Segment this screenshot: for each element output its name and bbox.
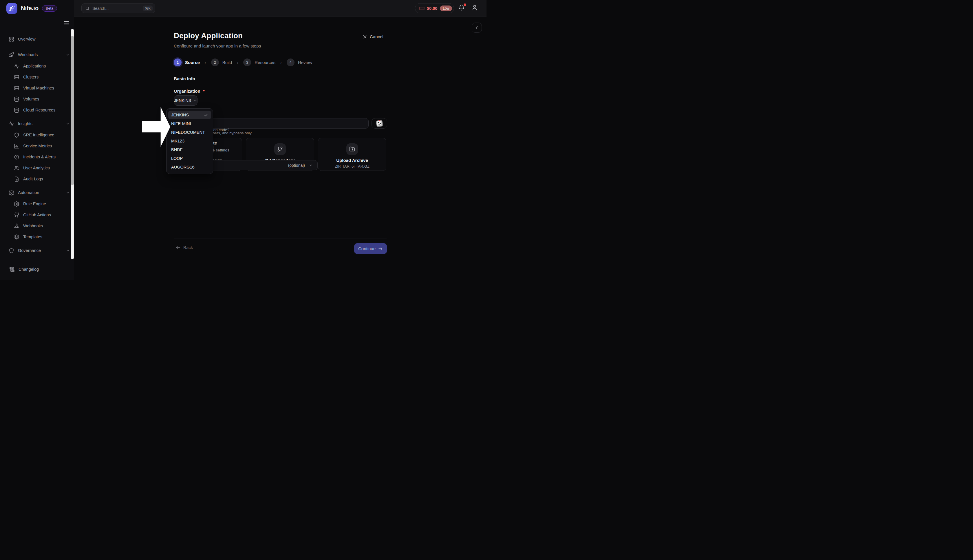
page-subtitle: Configure and launch your app in a few s… (174, 43, 261, 48)
dropdown-option-augorg16[interactable]: AUGORG16 (168, 163, 211, 172)
sidebar-scroll-area: Overview Workloads Applications Clusters… (0, 17, 74, 260)
sidebar-item-user-analytics[interactable]: User Analytics (0, 162, 74, 173)
rocket-icon (9, 52, 14, 58)
dropdown-option-jenkins[interactable]: JENKINS (168, 111, 211, 119)
arrow-left-icon (175, 245, 180, 250)
beta-badge: Beta (42, 5, 57, 12)
dropdown-option-bhdf[interactable]: BHDF (168, 145, 211, 154)
brand-area: Nife.io Beta (0, 0, 74, 17)
source-card-upload-archive[interactable]: Upload Archive ZIP, TAR, or TAR.GZ (318, 138, 386, 171)
server-icon (14, 85, 19, 91)
alert-circle-icon (14, 154, 19, 160)
sidebar-item-webhooks[interactable]: Webhooks (0, 220, 74, 232)
arrow-right-icon (378, 247, 383, 251)
organization-dropdown-menu: JENKINS NIFE-MINI NIFEDOCUMENT MK123 BHD… (166, 108, 213, 174)
cancel-button[interactable]: Cancel (363, 34, 383, 39)
dropdown-option-mk123[interactable]: MK123 (168, 137, 211, 145)
search-input[interactable]: Search... ⌘K (82, 3, 155, 13)
credit-card-icon (419, 6, 425, 11)
back-button[interactable]: Back (175, 245, 193, 250)
required-asterisk: * (203, 88, 205, 93)
notifications-button[interactable] (458, 4, 466, 12)
step-3-label: Resources (255, 60, 275, 65)
sidebar-item-incidents-alerts[interactable]: Incidents & Alerts (0, 152, 74, 162)
chevron-down-icon (66, 122, 70, 126)
sidebar-group-governance[interactable]: Governance (0, 245, 74, 256)
activity-icon (14, 63, 19, 69)
layers-icon (14, 234, 19, 240)
step-1-circle[interactable]: 1 (174, 58, 182, 66)
sidebar-item-github-actions[interactable]: GitHub Actions (0, 209, 74, 220)
wallet-balance: $0.00 (427, 6, 437, 11)
folder-archive-icon (347, 143, 358, 155)
activity-icon (9, 121, 14, 127)
chevron-right-icon: › (280, 60, 282, 65)
sidebar-item-service-metrics[interactable]: Service Metrics (0, 140, 74, 152)
organization-select[interactable]: JENKINS (174, 95, 198, 106)
sidebar-item-sre-intelligence[interactable]: SRE Intelligence (0, 130, 74, 140)
random-name-button[interactable] (372, 118, 387, 128)
search-icon (85, 6, 90, 11)
organization-label: Organization* (174, 88, 205, 93)
chevron-down-icon (193, 99, 197, 103)
dropdown-option-loop[interactable]: LOOP (168, 154, 211, 163)
chevron-down-icon (66, 53, 70, 57)
chevron-right-icon: › (237, 60, 238, 65)
app-title: Nife.io (21, 5, 38, 12)
dropdown-option-nife-mini[interactable]: NIFE-MINI (168, 119, 211, 128)
cog-icon (14, 201, 19, 207)
account-button[interactable] (472, 4, 479, 12)
gear-icon (9, 190, 14, 195)
dropdown-option-nifedocument[interactable]: NIFEDOCUMENT (168, 128, 211, 137)
wallet-button[interactable]: $0.00 Low (415, 3, 454, 13)
search-placeholder: Search... (92, 6, 108, 11)
sidebar-item-changelog[interactable]: Changelog (0, 260, 74, 278)
wallet-low-badge: Low (440, 5, 452, 11)
sidebar-item-audit-logs[interactable]: Audit Logs (0, 173, 74, 185)
sidebar-group-insights[interactable]: Insights (0, 118, 74, 130)
notification-dot (464, 3, 466, 6)
user-icon (472, 4, 478, 11)
step-3-circle[interactable]: 3 (243, 58, 251, 66)
sidebar-scrollbar[interactable] (71, 29, 74, 259)
chevron-left-icon (474, 25, 479, 30)
sidebar-item-virtual-machines[interactable]: Virtual Machines (0, 83, 74, 93)
main-content: Deploy Application Configure and launch … (74, 17, 486, 280)
occluded-heading-fragment: te (213, 140, 217, 145)
sidebar-group-workloads[interactable]: Workloads (0, 49, 74, 60)
git-branch-icon (274, 143, 286, 155)
step-2-circle[interactable]: 2 (211, 58, 219, 66)
chevron-down-icon (66, 190, 70, 195)
search-shortcut-badge: ⌘K (143, 5, 153, 11)
sidebar-item-volumes[interactable]: Volumes (0, 93, 74, 105)
database-icon (14, 97, 19, 102)
sidebar-group-automation[interactable]: Automation (0, 187, 74, 198)
github-icon (14, 212, 19, 218)
chevron-down-icon (66, 248, 70, 253)
bar-chart-icon (14, 143, 19, 149)
sidebar-item-cloud-resources[interactable]: Cloud Resources (0, 105, 74, 115)
sidebar-item-overview[interactable]: Overview (0, 33, 74, 45)
sidebar-item-applications[interactable]: Applications (0, 60, 74, 72)
step-1-label: Source (185, 60, 200, 65)
dice-icon (376, 120, 383, 127)
footer-divider (174, 238, 387, 239)
panel-collapse-button[interactable] (472, 23, 482, 33)
chevron-right-icon: › (205, 60, 206, 65)
step-4-circle[interactable]: 4 (287, 58, 295, 66)
nife-logo-icon[interactable] (7, 3, 17, 14)
scrollbar-thumb[interactable] (71, 36, 74, 185)
check-icon (204, 113, 208, 117)
continue-button[interactable]: Continue (354, 243, 387, 254)
sidebar-collapse-button[interactable] (64, 21, 69, 25)
sidebar-item-templates[interactable]: Templates (0, 232, 74, 242)
sidebar: Overview Workloads Applications Clusters… (0, 17, 74, 280)
sidebar-item-organizations[interactable]: Organizations (0, 256, 74, 260)
step-4-label: Review (298, 60, 312, 65)
chevron-down-icon (309, 163, 313, 167)
users-icon (14, 165, 19, 171)
wizard-stepper: 1 Source › 2 Build › 3 Resources › 4 Rev… (174, 58, 312, 66)
webhook-icon (14, 223, 19, 229)
sidebar-item-rule-engine[interactable]: Rule Engine (0, 198, 74, 209)
sidebar-item-clusters[interactable]: Clusters (0, 72, 74, 83)
